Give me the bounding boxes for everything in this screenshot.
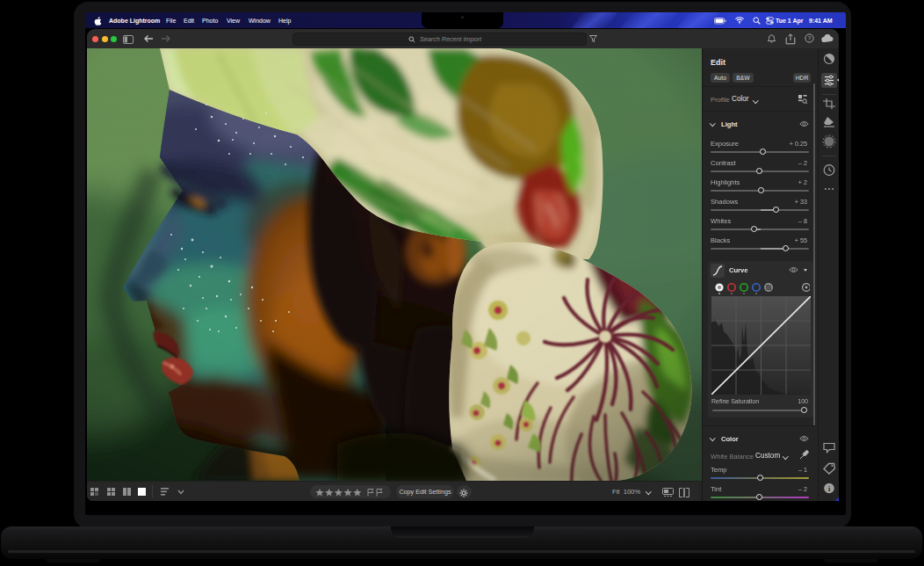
svg-text:?: ? bbox=[808, 35, 812, 41]
